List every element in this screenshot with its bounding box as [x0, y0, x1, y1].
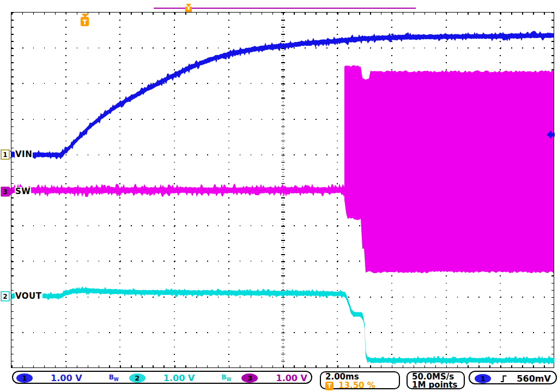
svg-text:1: 1: [3, 151, 7, 159]
ch2-bw-limit: BW: [221, 373, 231, 381]
ch2-badge: 2: [129, 373, 145, 383]
marker-layer: T 1 3 2: [0, 0, 558, 392]
svg-text:3: 3: [3, 188, 7, 196]
channel-1-marker: 1: [1, 150, 14, 159]
timebase-readout: 2.00ms T 13.50 %: [320, 371, 400, 389]
channel-2-marker: 2: [1, 292, 14, 301]
oscilloscope-screen: VIN SW VOUT T 1 3 2: [0, 0, 558, 392]
trigger-readout: 1 560mV: [469, 371, 557, 384]
ch1-scale: 1.00 V: [51, 373, 82, 383]
ch2-scale: 1.00 V: [163, 373, 195, 383]
ch1-bw-limit: BW: [109, 373, 119, 381]
ch1-badge: 1: [16, 373, 33, 383]
trigger-source-badge: 1: [475, 374, 491, 383]
ch3-badge: 3: [241, 373, 258, 383]
rising-edge-icon: [500, 375, 507, 383]
trigger-pos-value: 13.50 %: [338, 381, 375, 390]
svg-text:2: 2: [3, 293, 7, 300]
trigger-position-marker: T: [81, 14, 89, 26]
trigger-level: 560mV: [517, 373, 550, 384]
trigger-pos-icon: T: [325, 382, 333, 390]
readout-bar: 1 1.00 V BW 2 1.00 V BW 3 1.00 V BW 2.00…: [0, 369, 558, 392]
svg-text:T: T: [82, 19, 87, 26]
ch3-scale: 1.00 V: [276, 373, 307, 383]
trigger-level-arrow: [547, 130, 555, 139]
channel-3-marker: 3: [1, 187, 14, 196]
delay-position-marker: [185, 4, 192, 12]
channel-scale-readout: 1 1.00 V BW 2 1.00 V BW 3 1.00 V BW: [12, 371, 312, 384]
acquisition-readout: 50.0MS/s 1M points: [407, 371, 465, 389]
record-length: 1M points: [412, 381, 459, 389]
